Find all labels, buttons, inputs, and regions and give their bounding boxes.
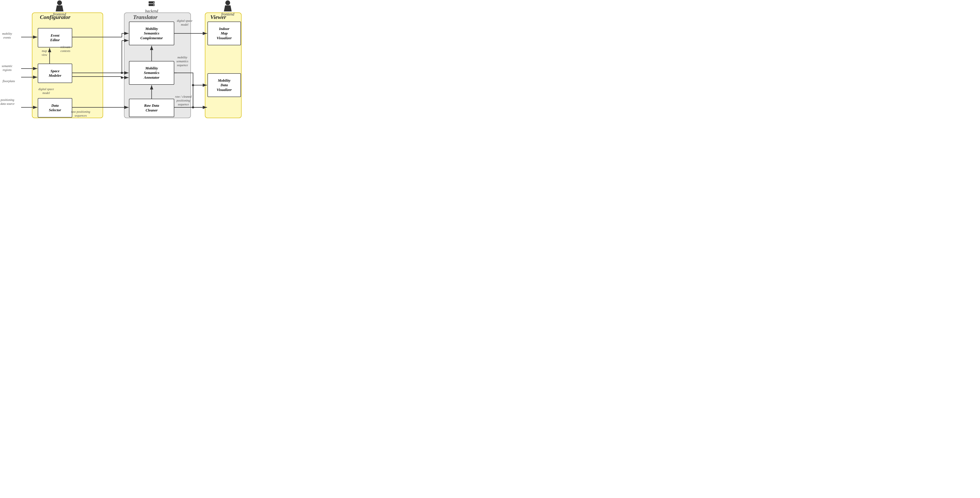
svg-point-3 (153, 5, 154, 5)
rdc-label: Raw DataCleaner (144, 103, 159, 113)
person-body-left (56, 5, 64, 11)
raw-data-cleaner-box: Raw DataCleaner (129, 99, 174, 117)
person-backend: backend (145, 0, 158, 13)
svg-point-13 (121, 72, 123, 74)
svg-point-6 (0, 0, 1, 1)
lbl-floorplans: floorplans (3, 79, 15, 83)
backend-label: backend (145, 9, 158, 13)
space-modeler-label: SpaceModeler (49, 69, 62, 78)
mdv-label: MobilityDataVisualizer (217, 78, 232, 92)
svg-point-29 (192, 106, 194, 108)
lbl-mobility-events: mobilityevents (2, 32, 12, 40)
person-frontend-right: frontend (221, 0, 234, 16)
data-selector-label: DataSelector (49, 103, 61, 113)
lbl-digital-space-model-left: digital spacemodel (38, 87, 54, 95)
section-title-configurator: Configurator (40, 14, 70, 21)
mobility-data-visualizer-box: MobilityDataVisualizer (207, 73, 241, 97)
indoor-map-visualizer-box: IndoorMapVisualizer (207, 22, 241, 45)
lbl-relevant-contexts: relevantcontexts (60, 45, 70, 53)
person-head-left (57, 0, 62, 5)
mobility-semantics-complementor-box: MobilitySemanticsComplementor (129, 22, 174, 45)
lbl-semantic-regions: semanticregions (2, 64, 13, 72)
imv-label: IndoorMapVisualizer (217, 27, 232, 40)
person-frontend-left: frontend (53, 0, 66, 16)
lbl-map-view: mapview (41, 49, 47, 57)
lbl-positioning-data: positioningdata source (0, 98, 14, 106)
person-body-right (224, 5, 232, 11)
space-modeler-box: SpaceModeler (38, 63, 72, 83)
svg-point-27 (192, 84, 194, 86)
mobility-semantics-annotator-box: MobilitySemanticsAnnotator (129, 61, 174, 85)
lbl-digital-space-model-right: digital spacemodel (177, 19, 192, 27)
svg-point-17 (121, 76, 123, 79)
event-editor-box: EventEditor (38, 28, 72, 48)
section-title-translator: Translator (133, 14, 158, 21)
diagram: frontend backend frontend Configurator T… (0, 0, 245, 124)
section-title-viewer: Viewer (210, 14, 226, 21)
lbl-raw-cleaned: raw / cleanedpositioningsequence (175, 95, 191, 107)
server-icon (148, 0, 156, 8)
msc-label: MobilitySemanticsComplementor (140, 27, 163, 40)
msa-label: MobilitySemanticsAnnotator (144, 66, 159, 80)
svg-point-2 (153, 2, 154, 3)
person-head-right (225, 0, 230, 5)
lbl-raw-positioning: raw positioningsequences (71, 110, 90, 118)
event-editor-label: EventEditor (50, 33, 60, 43)
data-selector-box: DataSelector (38, 98, 72, 117)
lbl-mobility-semantics-sequence: mobilitysemanticssequence (177, 56, 188, 68)
